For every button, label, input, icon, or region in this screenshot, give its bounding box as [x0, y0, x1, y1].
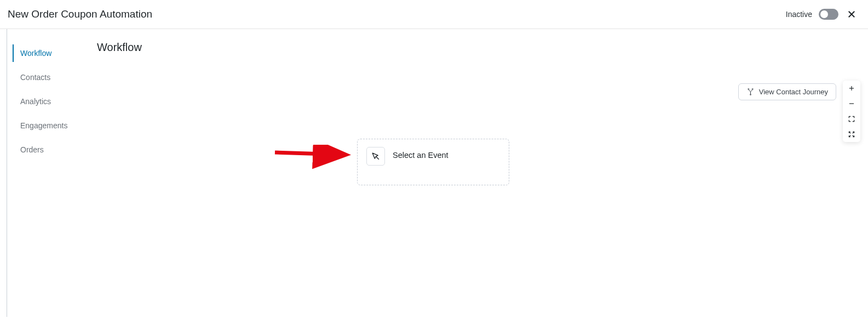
workflow-canvas[interactable]: View Contact Journey — [97, 54, 868, 308]
header: New Order Coupon Automation Inactive — [0, 0, 868, 29]
branch-icon — [746, 88, 755, 96]
sidebar: Workflow Contacts Analytics Engagements … — [7, 29, 97, 317]
close-icon — [847, 9, 856, 19]
event-card-label: Select an Event — [393, 151, 449, 160]
status-toggle[interactable] — [819, 9, 838, 20]
sidebar-item-contacts[interactable]: Contacts — [13, 69, 97, 86]
close-button[interactable] — [845, 8, 858, 21]
header-actions: Inactive — [786, 8, 858, 21]
page-title: New Order Coupon Automation — [8, 8, 152, 20]
event-icon-box — [366, 147, 385, 166]
zoom-in-button[interactable] — [843, 81, 860, 96]
expand-icon — [848, 130, 855, 138]
fit-screen-button[interactable] — [843, 111, 860, 127]
view-contact-journey-label: View Contact Journey — [759, 88, 828, 96]
sidebar-item-orders[interactable]: Orders — [13, 141, 97, 158]
select-event-card[interactable]: Select an Event — [357, 139, 509, 185]
view-contact-journey-button[interactable]: View Contact Journey — [738, 83, 836, 100]
body: Workflow Contacts Analytics Engagements … — [0, 29, 868, 317]
zoom-controls — [843, 81, 860, 142]
svg-line-13 — [275, 152, 343, 155]
plus-icon — [848, 84, 855, 92]
svg-point-3 — [752, 89, 753, 90]
sidebar-item-engagements[interactable]: Engagements — [13, 117, 97, 134]
sidebar-item-workflow[interactable]: Workflow — [13, 44, 97, 62]
main-heading: Workflow — [97, 41, 868, 54]
arrow-annotation — [272, 145, 360, 172]
main-panel: Workflow View Contact Journey — [97, 29, 868, 317]
svg-line-14 — [376, 157, 379, 160]
fit-icon — [848, 115, 855, 123]
zoom-out-button[interactable] — [843, 96, 860, 111]
sidebar-item-analytics[interactable]: Analytics — [13, 93, 97, 110]
cursor-click-icon — [370, 151, 381, 162]
minus-icon — [848, 100, 855, 107]
svg-point-2 — [748, 89, 749, 90]
fullscreen-button[interactable] — [843, 127, 860, 142]
status-label: Inactive — [786, 10, 812, 19]
